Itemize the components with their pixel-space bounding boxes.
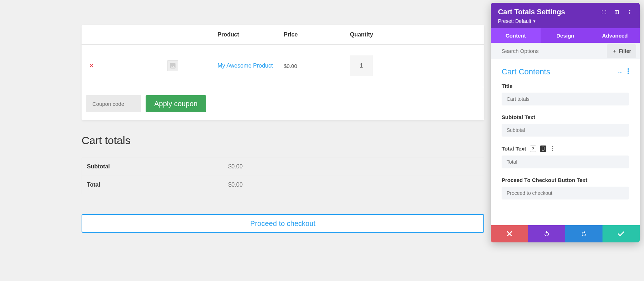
filter-button[interactable]: ＋ Filter bbox=[607, 44, 636, 58]
panel-footer bbox=[491, 225, 640, 242]
col-header-qty: Quantity bbox=[350, 31, 421, 38]
field-label-checkout: Proceed To Checkout Button Text bbox=[502, 177, 629, 183]
cart-totals-heading: Cart totals bbox=[82, 134, 484, 147]
svg-point-1 bbox=[629, 11, 630, 13]
more-icon[interactable] bbox=[627, 9, 633, 15]
columns-icon[interactable] bbox=[614, 9, 620, 15]
search-filter-bar: ＋ Filter bbox=[491, 43, 640, 59]
panel-header: Cart Totals Settings Preset: Default▼ bbox=[491, 3, 640, 28]
field-label-total: Total Text ? ⋮ bbox=[502, 145, 629, 152]
product-link[interactable]: My Awesome Product bbox=[218, 63, 273, 69]
expand-icon[interactable] bbox=[601, 9, 607, 15]
col-header-product: Product bbox=[218, 31, 284, 38]
save-button[interactable] bbox=[602, 225, 640, 242]
field-more-icon[interactable]: ⋮ bbox=[550, 145, 556, 152]
field-checkout: Proceed To Checkout Button Text bbox=[491, 177, 640, 199]
cart-page: Product Price Quantity ✕ My Awesome Prod… bbox=[82, 25, 484, 233]
item-price: $0.00 bbox=[284, 63, 350, 69]
redo-icon bbox=[581, 231, 587, 237]
field-subtotal: Subtotal Text bbox=[491, 114, 640, 137]
quantity-input[interactable] bbox=[350, 55, 373, 76]
section-cart-contents-header[interactable]: Cart Contents ︿ bbox=[491, 59, 640, 83]
remove-item-button[interactable]: ✕ bbox=[89, 62, 94, 69]
total-input[interactable] bbox=[502, 156, 629, 168]
coupon-input[interactable] bbox=[86, 95, 141, 112]
close-icon bbox=[507, 231, 512, 236]
search-input[interactable] bbox=[491, 43, 607, 59]
panel-tabs: Content Design Advanced bbox=[491, 28, 640, 43]
col-header-price: Price bbox=[284, 31, 350, 38]
panel-body: Cart Contents ︿ Title Subtotal Text Tota… bbox=[491, 59, 640, 225]
check-icon bbox=[618, 231, 624, 236]
undo-icon bbox=[543, 231, 550, 237]
cart-item-row: ✕ My Awesome Product $0.00 bbox=[82, 45, 484, 87]
help-icon[interactable]: ? bbox=[530, 146, 536, 152]
undo-button[interactable] bbox=[528, 225, 565, 242]
svg-point-5 bbox=[628, 73, 629, 74]
cancel-button[interactable] bbox=[491, 225, 528, 242]
preset-selector[interactable]: Preset: Default▼ bbox=[498, 18, 633, 24]
cart-header-row: Product Price Quantity bbox=[82, 25, 484, 45]
svg-point-0 bbox=[629, 10, 630, 11]
title-input[interactable] bbox=[502, 93, 629, 105]
product-thumbnail bbox=[167, 60, 178, 71]
subtotal-label: Subtotal bbox=[87, 163, 228, 170]
apply-coupon-button[interactable]: Apply coupon bbox=[146, 95, 206, 112]
field-label-title: Title bbox=[502, 83, 629, 89]
svg-point-7 bbox=[543, 149, 543, 150]
proceed-to-checkout-button[interactable]: Proceed to checkout bbox=[82, 214, 484, 233]
section-title: Cart Contents bbox=[502, 67, 550, 77]
field-label-subtotal: Subtotal Text bbox=[502, 114, 629, 120]
settings-panel: Cart Totals Settings Preset: Default▼ Co… bbox=[491, 3, 640, 242]
field-total: Total Text ? ⋮ bbox=[491, 145, 640, 168]
tab-content[interactable]: Content bbox=[491, 28, 541, 43]
totals-table: Subtotal $0.00 Total $0.00 bbox=[82, 157, 484, 194]
section-more-icon[interactable] bbox=[628, 68, 629, 75]
cart-table: Product Price Quantity ✕ My Awesome Prod… bbox=[82, 25, 484, 120]
responsive-icon[interactable] bbox=[540, 146, 546, 152]
panel-title: Cart Totals Settings bbox=[498, 8, 565, 16]
tab-advanced[interactable]: Advanced bbox=[590, 28, 640, 43]
subtotal-row: Subtotal $0.00 bbox=[82, 158, 484, 176]
svg-point-4 bbox=[628, 70, 629, 72]
svg-point-2 bbox=[629, 13, 630, 14]
subtotal-input[interactable] bbox=[502, 124, 629, 137]
subtotal-value: $0.00 bbox=[228, 163, 243, 170]
checkout-input[interactable] bbox=[502, 187, 629, 199]
svg-point-3 bbox=[628, 68, 629, 70]
plus-icon: ＋ bbox=[612, 48, 617, 54]
total-value: $0.00 bbox=[228, 182, 243, 188]
field-title: Title bbox=[491, 83, 640, 105]
chevron-up-icon[interactable]: ︿ bbox=[618, 69, 623, 75]
coupon-row: Apply coupon bbox=[82, 87, 484, 120]
redo-button[interactable] bbox=[565, 225, 602, 242]
total-label: Total bbox=[87, 182, 228, 188]
tab-design[interactable]: Design bbox=[541, 28, 590, 43]
total-row: Total $0.00 bbox=[82, 176, 484, 194]
